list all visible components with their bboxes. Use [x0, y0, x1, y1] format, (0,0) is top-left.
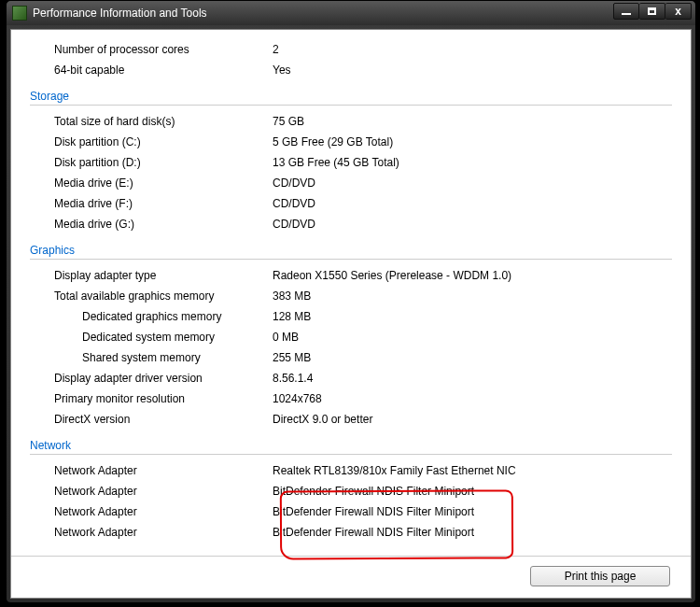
info-row: Total available graphics memory383 MB [30, 286, 672, 306]
info-label: Display adapter driver version [30, 368, 273, 388]
info-value: 13 GB Free (45 GB Total) [273, 152, 672, 173]
info-label: Shared system memory [30, 347, 273, 368]
info-row: Disk partition (C:)5 GB Free (29 GB Tota… [30, 132, 672, 152]
info-label: Network Adapter [30, 501, 273, 522]
info-label: Media drive (F:) [30, 193, 273, 214]
info-value: BitDefender Firewall NDIS Filter Minipor… [273, 501, 672, 522]
info-value: 75 GB [273, 111, 672, 132]
app-icon [12, 6, 27, 21]
info-label: 64-bit capable [30, 60, 273, 80]
info-label: Disk partition (C:) [30, 132, 273, 152]
info-row: Total size of hard disk(s)75 GB [30, 111, 672, 132]
button-bar: Print this page [11, 556, 691, 598]
close-button[interactable]: x [665, 3, 692, 20]
client-area: Number of processor cores264-bit capable… [10, 29, 692, 599]
info-label: Network Adapter [30, 481, 273, 501]
info-label: Total available graphics memory [30, 286, 273, 306]
info-label: DirectX version [30, 409, 273, 430]
info-value: CD/DVD [273, 173, 672, 193]
info-value: 2 [273, 39, 672, 60]
info-label: Total size of hard disk(s) [30, 111, 273, 132]
info-label: Dedicated system memory [30, 327, 273, 347]
info-row: Network AdapterBitDefender Firewall NDIS… [30, 481, 672, 501]
section-header: Network [30, 439, 672, 455]
info-row: Dedicated graphics memory128 MB [30, 306, 672, 327]
info-value: BitDefender Firewall NDIS Filter Minipor… [273, 522, 672, 543]
info-value: BitDefender Firewall NDIS Filter Minipor… [273, 481, 672, 501]
info-value: 128 MB [273, 306, 672, 327]
info-row: Shared system memory255 MB [30, 347, 672, 368]
info-label: Display adapter type [30, 265, 273, 286]
info-value: Realtek RTL8139/810x Family Fast Etherne… [273, 460, 672, 481]
app-window: Performance Information and Tools x Numb… [6, 0, 696, 603]
info-value: Radeon X1550 Series (Prerelease - WDDM 1… [273, 265, 672, 286]
info-label: Network Adapter [30, 522, 273, 543]
info-label: Primary monitor resolution [30, 388, 273, 409]
info-row: Media drive (G:)CD/DVD [30, 214, 672, 234]
info-row: Display adapter typeRadeon X1550 Series … [30, 265, 672, 286]
info-label: Dedicated graphics memory [30, 306, 273, 327]
info-row: Number of processor cores2 [30, 39, 672, 60]
info-row: Media drive (E:)CD/DVD [30, 173, 672, 193]
info-value: 5 GB Free (29 GB Total) [273, 132, 672, 152]
section-header: Graphics [30, 244, 672, 260]
info-value: 8.56.1.4 [273, 368, 672, 388]
maximize-icon [648, 7, 656, 15]
info-label: Disk partition (D:) [30, 152, 273, 173]
info-label: Number of processor cores [30, 39, 273, 60]
info-value: 1024x768 [273, 388, 672, 409]
info-value: Yes [273, 60, 672, 80]
info-row: Display adapter driver version8.56.1.4 [30, 368, 672, 388]
info-row: Network AdapterBitDefender Firewall NDIS… [30, 522, 672, 543]
info-row: Primary monitor resolution1024x768 [30, 388, 672, 409]
close-icon: x [675, 5, 681, 18]
info-row: Network AdapterBitDefender Firewall NDIS… [30, 501, 672, 522]
info-row: Network AdapterRealtek RTL8139/810x Fami… [30, 460, 672, 481]
info-row: DirectX versionDirectX 9.0 or better [30, 409, 672, 430]
window-controls: x [613, 3, 692, 20]
section-header: Storage [30, 90, 672, 106]
print-page-button[interactable]: Print this page [530, 566, 670, 586]
minimize-icon [622, 13, 631, 15]
window-title: Performance Information and Tools [33, 7, 207, 20]
maximize-button[interactable] [639, 3, 665, 20]
info-value: DirectX 9.0 or better [273, 409, 672, 430]
info-value: 383 MB [273, 286, 672, 306]
info-row: Media drive (F:)CD/DVD [30, 193, 672, 214]
info-value: 0 MB [273, 327, 672, 347]
info-label: Media drive (G:) [30, 214, 273, 234]
info-row: Disk partition (D:)13 GB Free (45 GB Tot… [30, 152, 672, 173]
titlebar[interactable]: Performance Information and Tools x [7, 1, 695, 25]
info-row: Dedicated system memory0 MB [30, 327, 672, 347]
info-label: Network Adapter [30, 460, 273, 481]
info-row: 64-bit capableYes [30, 60, 672, 80]
scroll-area[interactable]: Number of processor cores264-bit capable… [11, 30, 691, 556]
info-value: CD/DVD [273, 214, 672, 234]
minimize-button[interactable] [613, 3, 639, 20]
info-value: 255 MB [273, 347, 672, 368]
info-value: CD/DVD [273, 193, 672, 214]
info-label: Media drive (E:) [30, 173, 273, 193]
